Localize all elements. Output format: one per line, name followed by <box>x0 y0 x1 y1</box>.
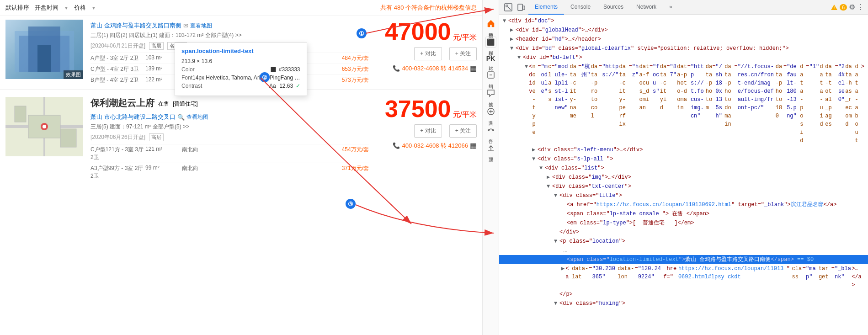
svg-point-18 <box>492 129 494 131</box>
tab-network[interactable]: Network <box>630 0 663 15</box>
sidebar-hotlou[interactable]: 热门楼盘 <box>485 18 496 29</box>
tree-line: <span class="lp-state onsale "> 在售 </spa… <box>499 209 868 218</box>
tab-elements[interactable]: Elements <box>528 0 564 15</box>
warn-count: 6 <box>840 4 847 11</box>
tree-line: ▼ <div class="list"> <box>499 164 868 173</box>
tab-more[interactable]: » <box>663 0 679 15</box>
map-link[interactable]: 查看地图 <box>186 113 208 121</box>
tree-line: <a href="https://hz.focus.cn/loupan/1101… <box>499 200 868 209</box>
tree-line: ▶ <header id="hd">…</header> <box>499 35 868 44</box>
property-rooms: 三居(1) 四居(2) 四居以上(1) 建面：103-172 m² 全部户型(4… <box>91 32 369 39</box>
address-text: 萧山 金鸡路与盈丰路交叉路口南侧 <box>91 21 181 30</box>
big-price: 47000 <box>385 20 451 43</box>
sidebar-jiucuo[interactable]: 纠错 <box>485 69 496 80</box>
tree-line: ▶ <div id="globalHead">…</div> <box>499 26 868 35</box>
svg-rect-21 <box>506 5 508 7</box>
devtools-tabs: Elements Console Sources Network » <box>528 0 831 15</box>
price-unit: 元/平米 <box>453 33 477 43</box>
svg-rect-3 <box>37 45 51 72</box>
settings-icon[interactable]: ⚙ <box>849 3 855 11</box>
property-item: 效果图 span.location-limited-text 213.9 × 1… <box>0 16 482 90</box>
sidebar-ruzhu[interactable]: 入驻 <box>485 106 496 117</box>
phone-number: 400-032-4608 转 412066 <box>402 142 468 150</box>
price-display: 47000 元/平米 <box>376 20 477 43</box>
price-unit: 元/平米 <box>453 110 477 120</box>
follow-button[interactable]: + 关注 <box>449 124 477 138</box>
popup-dimensions: 213.9 × 13.6 <box>181 58 212 64</box>
compare-button[interactable]: + 对比 <box>414 47 442 60</box>
color-swatch <box>271 67 276 72</box>
popup-dimensions-row: 213.9 × 13.6 <box>181 58 300 64</box>
inspection-popup: span.location-limited-text 213.9 × 13.6 … <box>175 43 307 96</box>
tag-gaoceng: 高层 <box>149 42 164 50</box>
tree-line: ▼ <div id="doc"> <box>499 16 868 26</box>
devtools-topbar: Elements Console Sources Network » ! 6 ⚙… <box>499 0 868 15</box>
action-buttons: + 对比 + 关注 <box>376 47 477 60</box>
sidebar-pk[interactable]: PK 对比 <box>486 55 495 62</box>
element-tree[interactable]: ▼ <div id="doc"> ▶ <div id="globalHead">… <box>499 15 868 335</box>
unit-rows: C户型121方 - 3室 3厅 2卫 121 m² 南北向 454万元/套 A3… <box>91 144 369 181</box>
tree-line: ▼ <div node-type="module" class="module-… <box>499 62 868 145</box>
svg-rect-8 <box>15 106 26 122</box>
more-icon[interactable]: ⋮ <box>857 3 864 11</box>
result-count: 480 <box>394 4 404 11</box>
svg-rect-23 <box>518 4 522 11</box>
property-info: 保利潮起云上府 在售 [普通住宅] 萧山 市心北路与建设二路交叉口 🔍 查看地图… <box>83 97 376 181</box>
tree-line: ▼ <div class="huxing"> <box>499 299 868 308</box>
device-icon[interactable] <box>516 2 527 13</box>
tag-gaoceng: 高层 <box>149 133 164 141</box>
tree-line: ▼ <div class="s-lp-all "> <box>499 154 868 164</box>
sidebar-huidao[interactable]: 置顶 <box>485 143 496 154</box>
property-list: 效果图 span.location-limited-text 213.9 × 1… <box>0 16 482 189</box>
tree-line: </p> <box>499 290 868 299</box>
sidebar-xcx[interactable]: ⬛ 小程序 <box>485 37 496 48</box>
follow-button[interactable]: + 关注 <box>449 47 477 60</box>
sort-price[interactable]: 价格 <box>74 4 86 12</box>
popup-selector: span.location-limited-text <box>181 48 300 54</box>
devtools-topbar-right: ! 6 ⚙ ⋮ <box>831 3 864 11</box>
sidebar-fankui[interactable]: 反馈 <box>485 88 496 99</box>
big-price: 37500 <box>385 97 451 121</box>
sort-opendate-arrow: ▼ <box>64 5 69 11</box>
tree-line: <em class="lp-type">[ 普通住宅 ]</em> <box>499 218 868 228</box>
property-item: 保利潮起云上府 在售 [普通住宅] 萧山 市心北路与建设二路交叉口 🔍 查看地图… <box>0 90 482 189</box>
phone-row: 📞 400-032-4608 转 414534 ▦ <box>376 64 477 73</box>
tree-line: ▶ <div class="s-left-menu">…</div> <box>499 145 868 154</box>
tree-line: </div> <box>499 228 868 237</box>
popup-color-row: Color #333333 <box>181 66 300 73</box>
svg-rect-24 <box>523 6 525 10</box>
property-rooms: 三居(5) 建面：97-121 m² 全部户型(5) >> <box>91 123 369 131</box>
top-bar: 默认排序 开盘时间 ▼ 价格 ▼ 共有 480 个符合条件的杭州楼盘信息 <box>0 0 482 16</box>
tab-sources[interactable]: Sources <box>597 0 630 15</box>
result-info: 共有 480 个符合条件的杭州楼盘信息 <box>380 4 477 12</box>
svg-text:!: ! <box>834 5 835 10</box>
tag-type: [普通住宅] <box>173 100 198 108</box>
popup-font-row: Font 14px Helvetica, Tahoma, Arial, "Pin… <box>181 74 300 81</box>
property-address: 萧山 市心北路与建设二路交叉口 🔍 查看地图 <box>91 113 369 121</box>
sidebar-hezuo[interactable]: 合作 <box>485 124 496 135</box>
sort-default[interactable]: 默认排序 <box>5 4 29 12</box>
inspect-icon[interactable] <box>503 2 514 13</box>
tree-line: ▼ <div class="title"> <box>499 191 868 200</box>
tree-line: ▼ <div id="bd" class="global-clearfix" s… <box>499 44 868 53</box>
tab-console[interactable]: Console <box>564 0 597 15</box>
image-label: 效果图 <box>64 70 83 79</box>
property-info: span.location-limited-text 213.9 × 13.6 … <box>83 20 376 85</box>
sort-opendate[interactable]: 开盘时间 <box>35 4 59 12</box>
tree-line-selected[interactable]: <span class="location-limited-text">萧山 金… <box>499 255 868 264</box>
compare-button[interactable]: + 对比 <box>414 124 442 138</box>
map-link[interactable]: 查看地图 <box>190 22 212 30</box>
phone-number: 400-032-4608 转 414534 <box>402 64 468 73</box>
popup-contrast-row: Contrast Aa 12.63 ✓ <box>181 83 300 89</box>
address-text: 萧山 市心北路与建设二路交叉口 <box>91 113 176 121</box>
ellipsis-button[interactable]: … <box>561 246 570 255</box>
right-sidebar: 热门楼盘 ⬛ 小程序 PK 对比 纠错 反馈 入驻 合作 <box>482 0 499 335</box>
tree-line: ▼ <div class="txt-center"> <box>499 182 868 191</box>
phone-row: 📞 400-032-4608 转 412066 ▦ <box>376 141 477 150</box>
tag-onsale: 在售 <box>158 100 169 108</box>
svg-line-22 <box>508 7 511 10</box>
tree-line: ▼ <div id="bd-left"> <box>499 53 868 62</box>
property-date: [2020年06月26日开盘] 高层 <box>91 133 369 141</box>
tree-line: ▼ <p class="location"> <box>499 237 868 246</box>
property-image <box>5 97 83 156</box>
